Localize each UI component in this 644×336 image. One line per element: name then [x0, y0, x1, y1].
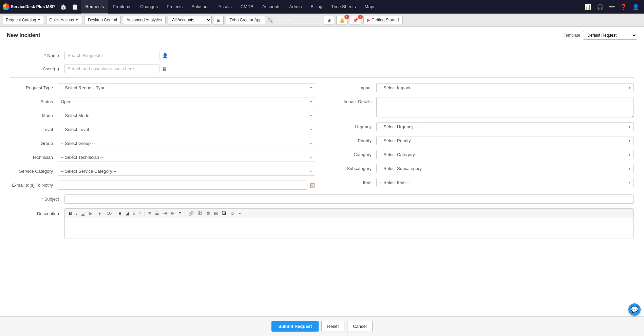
- indent-more-button[interactable]: ⇥: [162, 210, 168, 217]
- chat-fab-button[interactable]: 💬: [628, 303, 641, 316]
- font-button[interactable]: F·: [97, 210, 104, 217]
- underline-button[interactable]: U: [80, 210, 86, 217]
- nav-tab-requests[interactable]: Requests: [81, 0, 108, 14]
- indent-less-button[interactable]: ⇤: [170, 210, 176, 217]
- nav-tab-accounts[interactable]: Accounts: [258, 0, 284, 14]
- service-category-select[interactable]: -- Select Service Category --: [58, 167, 315, 176]
- impact-details-label: Impact Details: [329, 97, 376, 104]
- emoji-button[interactable]: ☺: [229, 210, 236, 217]
- request-catalog-button[interactable]: Request Catalog ▼: [3, 16, 44, 24]
- subject-input[interactable]: [64, 194, 634, 204]
- subcategory-row: Subcategory -- Select Subcategory --: [329, 164, 634, 173]
- name-input[interactable]: [64, 51, 159, 60]
- requester-search-icon-button[interactable]: 👤: [162, 52, 169, 59]
- mode-select-wrap: -- Select Mode --: [58, 111, 315, 120]
- align-button[interactable]: ≡: [147, 210, 152, 217]
- link-button[interactable]: 🔗: [187, 210, 195, 217]
- template-select[interactable]: Default Request: [583, 31, 637, 40]
- accounts-icon-button[interactable]: ⊞: [214, 16, 224, 24]
- section-divider: [10, 77, 634, 78]
- nav-tab-maps[interactable]: Maps: [361, 0, 380, 14]
- nav-tab-solutions[interactable]: Solutions: [187, 0, 213, 14]
- two-col-section: Request Type -- Select Request Type -- S…: [10, 83, 634, 194]
- subcategory-select[interactable]: -- Select Subcategory --: [376, 164, 634, 173]
- nav-right-area: 📊 🎧 ••• ❓ 👤: [583, 2, 641, 12]
- pin-wrapper: 📌 1: [350, 16, 361, 24]
- code-button[interactable]: ∾: [238, 210, 244, 217]
- highlight-button[interactable]: ◢: [124, 210, 130, 217]
- quick-actions-button[interactable]: Quick Actions ▼: [46, 16, 82, 24]
- mode-row: Mode -- Select Mode --: [10, 111, 315, 120]
- cancel-button[interactable]: Cancel: [347, 321, 372, 325]
- mode-select[interactable]: -- Select Mode --: [58, 111, 315, 120]
- search-area: 🔍: [267, 16, 322, 24]
- technician-select-wrap: -- Select Technician --: [58, 153, 315, 162]
- unlink-button[interactable]: ⛓: [196, 210, 204, 217]
- table-button[interactable]: ⊞: [213, 210, 219, 217]
- desktop-central-button[interactable]: Desktop Central: [84, 16, 121, 24]
- subscript-button[interactable]: ₓ: [132, 210, 136, 217]
- brand-name: ServiceDesk Plus MSP: [11, 4, 55, 9]
- font-size-button[interactable]: 10: [106, 210, 113, 217]
- group-select[interactable]: -- Select Group --: [58, 139, 315, 148]
- superscript-button[interactable]: ˣ: [138, 210, 143, 217]
- nav-tab-cmdb[interactable]: CMDB: [236, 0, 258, 14]
- priority-select[interactable]: -- Select Priority --: [376, 136, 634, 145]
- nav-tab-changes[interactable]: Changes: [136, 0, 162, 14]
- technician-select[interactable]: -- Select Technician --: [58, 153, 315, 162]
- search-input[interactable]: [274, 16, 322, 24]
- email-input[interactable]: [58, 181, 307, 190]
- getting-started-button[interactable]: ▶ Getting Started: [363, 16, 403, 24]
- bar-chart-icon-button[interactable]: 📊: [583, 2, 593, 12]
- color-button[interactable]: ■: [117, 210, 123, 217]
- item-select[interactable]: -- Select Item --: [376, 178, 634, 187]
- email-contacts-icon-button[interactable]: 📋: [309, 183, 315, 188]
- image-button[interactable]: 🖼: [221, 210, 228, 217]
- status-row: Status Open: [10, 97, 315, 106]
- zoho-creator-button[interactable]: Zoho Creator App: [226, 16, 265, 24]
- blockquote-button[interactable]: ❝: [177, 210, 183, 217]
- impact-row: Impact -- Select Impact --: [329, 83, 634, 92]
- italic-button[interactable]: I: [75, 210, 79, 217]
- status-label: Status: [10, 99, 58, 104]
- help-icon-button[interactable]: ❓: [618, 2, 629, 12]
- service-category-label: Service Category: [10, 169, 58, 174]
- nav-tab-billing[interactable]: Billing: [306, 0, 326, 14]
- impact-label: Impact: [329, 85, 376, 90]
- impact-select[interactable]: -- Select Impact --: [376, 83, 634, 92]
- screen-icon-button[interactable]: 🖥: [324, 16, 334, 24]
- assets-input[interactable]: [64, 64, 159, 73]
- nav-tab-assets[interactable]: Assets: [214, 0, 236, 14]
- submit-request-button[interactable]: Submit Request: [271, 321, 319, 325]
- accounts-select[interactable]: All Accounts: [168, 16, 212, 24]
- category-select[interactable]: -- Select Category --: [376, 150, 634, 159]
- priority-label: Priority: [329, 138, 376, 143]
- assets-icon-button[interactable]: 🖥: [162, 66, 168, 72]
- level-select[interactable]: -- Select Level --: [58, 125, 315, 134]
- nav-tab-problems[interactable]: Problems: [109, 0, 135, 14]
- play-icon: ▶: [367, 18, 370, 22]
- indent-num-button[interactable]: ≣: [205, 210, 211, 217]
- urgency-select-wrap: -- Select Urgency --: [376, 122, 634, 131]
- advanced-analytics-button[interactable]: Advanced Analytics: [123, 16, 166, 24]
- urgency-select[interactable]: -- Select Urgency --: [376, 122, 634, 131]
- nav-tab-timesheets[interactable]: Time Sheets: [327, 0, 360, 14]
- user-profile-button[interactable]: 👤: [630, 2, 641, 12]
- more-options-button[interactable]: •••: [607, 2, 617, 11]
- bold-button[interactable]: B: [68, 210, 73, 217]
- list-bullet-button[interactable]: ☰: [154, 210, 160, 217]
- reset-button[interactable]: Reset: [321, 321, 344, 325]
- subject-row: Subject: [10, 194, 634, 204]
- strikethrough-button[interactable]: S: [87, 210, 93, 217]
- impact-details-textarea[interactable]: [376, 97, 634, 117]
- editor-toolbar: B I U S F· 10 ■ ◢ ₓ ˣ ≡ ☰ ⇥ ⇤: [65, 209, 633, 218]
- notification-badge: 1: [344, 15, 349, 19]
- description-editor-body[interactable]: [65, 218, 633, 239]
- headset-icon-button[interactable]: 🎧: [595, 2, 606, 12]
- nav-tab-admin[interactable]: Admin: [285, 0, 306, 14]
- request-type-select[interactable]: -- Select Request Type --: [58, 83, 315, 92]
- nav-tab-projects[interactable]: Projects: [163, 0, 187, 14]
- status-select[interactable]: Open: [58, 97, 315, 106]
- notification-button[interactable]: 📋: [70, 2, 80, 12]
- home-icon-button[interactable]: 🏠: [58, 2, 69, 12]
